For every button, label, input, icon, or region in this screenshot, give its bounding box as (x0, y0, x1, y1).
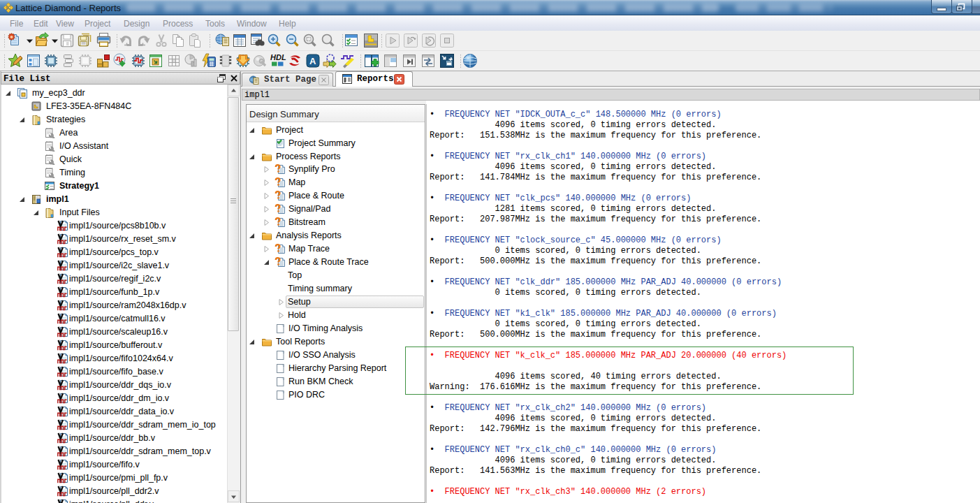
svg-text:A: A (309, 56, 316, 66)
svg-text:HDL: HDL (270, 53, 286, 61)
